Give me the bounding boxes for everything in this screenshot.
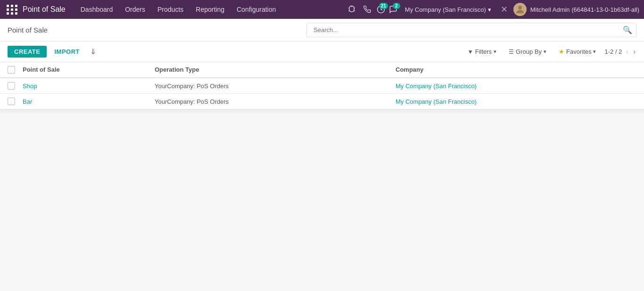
filters-label: Filters <box>475 48 492 55</box>
empty-content-area <box>0 113 644 278</box>
col-header-operation-type: Operation Type <box>155 66 396 74</box>
table-row[interactable]: Shop YourCompany: PoS Orders My Company … <box>0 78 644 94</box>
menu-products[interactable]: Products <box>152 3 189 16</box>
navbar-app-title: Point of Sale <box>23 5 66 14</box>
menu-configuration[interactable]: Configuration <box>231 3 281 16</box>
tasks-button[interactable]: 21 <box>377 5 385 14</box>
create-button[interactable]: CREATE <box>8 46 47 58</box>
row-operation-bar: YourCompany: PoS Orders <box>155 98 396 105</box>
favorites-label: Favorites <box>566 48 591 55</box>
next-page-button[interactable]: › <box>632 48 636 56</box>
row-operation-shop: YourCompany: PoS Orders <box>155 83 396 90</box>
user-name[interactable]: Mitchell Admin (664841-13-0-1b63df-all) <box>530 6 639 13</box>
divider <box>0 109 644 113</box>
row-company-shop[interactable]: My Company (San Francisco) <box>396 83 636 90</box>
groupby-button[interactable]: ☰ Group By ▾ <box>505 46 550 57</box>
toolbar: CREATE IMPORT ⇓ ▼ Filters ▾ ☰ Group By ▾… <box>0 42 644 62</box>
row-checkbox-shop[interactable] <box>8 82 23 90</box>
toolbar-right: ▼ Filters ▾ ☰ Group By ▾ ★ Favorites ▾ 1… <box>464 46 636 57</box>
download-button[interactable]: ⇓ <box>87 45 99 58</box>
menu-reporting[interactable]: Reporting <box>190 3 230 16</box>
row-name-bar[interactable]: Bar <box>23 98 155 105</box>
import-button[interactable]: IMPORT <box>50 46 83 58</box>
phone-icon-button[interactable] <box>362 4 373 15</box>
messages-badge: 2 <box>393 3 400 9</box>
navbar: Point of Sale Dashboard Orders Products … <box>0 0 644 19</box>
groupby-icon: ☰ <box>509 49 514 55</box>
header-checkbox[interactable] <box>8 66 15 74</box>
list-view: Point of Sale Operation Type Company Sho… <box>0 62 644 109</box>
close-button[interactable]: ✕ <box>499 4 510 15</box>
search-icon: 🔍 <box>623 25 632 34</box>
groupby-label: Group By <box>516 48 542 55</box>
apps-menu-button[interactable] <box>5 2 20 17</box>
row-name-shop[interactable]: Shop <box>23 83 155 90</box>
bug-icon-button[interactable] <box>346 3 358 16</box>
filters-chevron: ▾ <box>494 49 496 55</box>
company-name: My Company (San Francisco) <box>405 6 486 13</box>
company-selector[interactable]: My Company (San Francisco) ▾ <box>401 4 495 15</box>
pagination: 1-2 / 2 ‹ › <box>604 48 636 56</box>
table-row[interactable]: Bar YourCompany: PoS Orders My Company (… <box>0 94 644 109</box>
menu-orders[interactable]: Orders <box>119 3 151 16</box>
col-header-name: Point of Sale <box>23 66 155 74</box>
favorites-button[interactable]: ★ Favorites ▾ <box>555 46 600 57</box>
select-all-checkbox[interactable] <box>8 66 23 74</box>
apps-grid-icon <box>7 5 18 15</box>
navbar-menu: Dashboard Orders Products Reporting Conf… <box>75 3 346 16</box>
table-header: Point of Sale Operation Type Company <box>0 62 644 78</box>
groupby-chevron: ▾ <box>544 49 546 55</box>
favorites-chevron: ▾ <box>593 49 596 55</box>
filter-icon: ▼ <box>468 49 473 55</box>
tasks-badge: 21 <box>379 3 388 9</box>
search-input[interactable] <box>311 25 623 35</box>
menu-dashboard[interactable]: Dashboard <box>75 3 119 16</box>
prev-page-button[interactable]: ‹ <box>625 48 629 56</box>
row-company-bar[interactable]: My Company (San Francisco) <box>396 98 636 105</box>
company-dropdown-icon: ▾ <box>488 6 491 13</box>
favorites-star-icon: ★ <box>559 48 564 55</box>
pagination-text: 1-2 / 2 <box>604 48 622 55</box>
messages-button[interactable]: 2 <box>389 5 397 14</box>
col-header-company: Company <box>396 66 636 74</box>
row-checkbox-bar[interactable] <box>8 98 23 105</box>
page-title: Point of Sale <box>8 26 48 34</box>
filters-button[interactable]: ▼ Filters ▾ <box>464 46 500 57</box>
user-avatar[interactable] <box>513 3 527 16</box>
svg-point-1 <box>518 6 522 9</box>
navbar-right: 21 2 My Company (San Francisco) ▾ ✕ Mitc… <box>346 3 639 16</box>
